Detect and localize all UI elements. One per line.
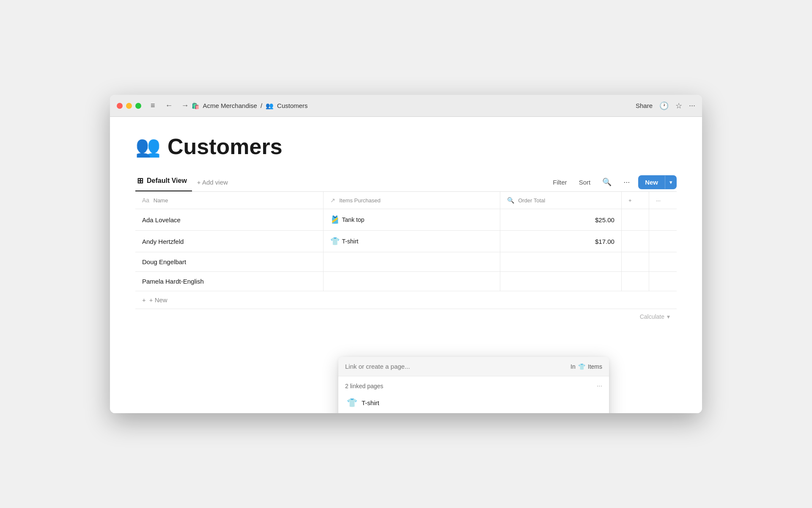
new-row-plus-icon: + [142, 296, 146, 304]
toolbar: ⊞ Default View + Add view Filter Sort 🔍 … [135, 173, 677, 191]
app-name[interactable]: Acme Merchandise [203, 102, 257, 109]
total-col-icon: 🔍 [507, 197, 514, 204]
add-col-icon[interactable]: + [628, 197, 632, 204]
row-name-doug[interactable]: Doug Engelbart [135, 252, 323, 272]
tshirt-icon-andy: 👕 [330, 237, 340, 246]
row-items-pamela[interactable] [323, 272, 500, 291]
titlebar: ≡ ← → 🛍️ Acme Merchandise / 👥 Customers … [110, 95, 702, 117]
dropdown-in-label: In 👕 Items [571, 363, 602, 370]
customers-icon: 👥 [266, 102, 274, 110]
table-row: Ada Lovelace 🎽 Tank top $25.00 [135, 209, 677, 231]
fullscreen-button[interactable] [135, 103, 141, 109]
page-title-row: 👥 Customers [135, 134, 677, 159]
row-add-doug [621, 252, 649, 272]
page-title: Customers [167, 134, 283, 159]
breadcrumb: 🛍️ Acme Merchandise / 👥 Customers [192, 102, 308, 110]
row-more-ada [649, 209, 677, 231]
col-header-add[interactable]: + [621, 192, 649, 209]
total-col-label: Order Total [518, 197, 545, 204]
breadcrumb-separator: / [261, 102, 262, 109]
row-more-pamela [649, 272, 677, 291]
row-total-ada: $25.00 [500, 209, 621, 231]
new-row-button[interactable]: + + New [135, 291, 677, 309]
new-button-group: New ▾ [638, 175, 677, 189]
row-name-ada[interactable]: Ada Lovelace [135, 209, 323, 231]
new-chevron-button[interactable]: ▾ [665, 176, 677, 189]
calculate-chevron-icon: ▾ [667, 313, 670, 320]
row-items-andy[interactable]: 👕 T-shirt [323, 231, 500, 252]
row-add-andy [621, 231, 649, 252]
row-total-doug [500, 252, 621, 272]
tank-top-label-ada: Tank top [342, 216, 365, 223]
calculate-row[interactable]: Calculate ▾ [135, 309, 677, 324]
items-col-label: Items Purchased [339, 197, 381, 204]
row-more-doug [649, 252, 677, 272]
section-name[interactable]: Customers [277, 102, 308, 109]
toolbar-right: Filter Sort 🔍 ··· New ▾ [549, 175, 677, 189]
linked-pages-title: 2 linked pages [345, 383, 383, 389]
table-container: Aa Name ↗ Items Purchased 🔍 Order Total [135, 191, 677, 324]
items-in-label: Items [588, 363, 602, 370]
sidebar-toggle-button[interactable]: ≡ [148, 99, 158, 112]
search-button[interactable]: 🔍 [599, 175, 615, 189]
add-view-button[interactable]: + Add view [192, 175, 233, 189]
items-col-icon: ↗ [330, 197, 335, 204]
table-row: Pamela Hardt-English [135, 272, 677, 291]
name-col-label: Name [154, 197, 168, 204]
app-window: ≡ ← → 🛍️ Acme Merchandise / 👥 Customers … [110, 95, 702, 413]
back-button[interactable]: ← [163, 99, 176, 112]
more-col-icon[interactable]: ··· [656, 197, 661, 204]
favorite-button[interactable]: ☆ [675, 101, 682, 110]
row-total-pamela [500, 272, 621, 291]
row-items-doug[interactable] [323, 252, 500, 272]
table-header-row: Aa Name ↗ Items Purchased 🔍 Order Total [135, 192, 677, 209]
name-col-icon: Aa [142, 197, 149, 204]
row-add-pamela [621, 272, 649, 291]
row-add-ada [621, 209, 649, 231]
linked-pages-more-button[interactable]: ··· [597, 382, 602, 390]
col-header-name: Aa Name [135, 192, 323, 209]
tshirt-label-andy: T-shirt [342, 238, 359, 245]
linked-page-khaki[interactable]: 👖 Khaki pants [345, 411, 602, 413]
tank-top-icon-ada: 🎽 [330, 215, 340, 224]
new-row-label: + New [149, 296, 167, 304]
history-button[interactable]: 🕐 [659, 101, 669, 110]
titlebar-actions: Share 🕐 ☆ ··· [636, 101, 695, 110]
tshirt-link-label: T-shirt [362, 399, 379, 406]
main-content: 👥 Customers ⊞ Default View + Add view Fi… [110, 117, 702, 413]
close-button[interactable] [117, 103, 123, 109]
link-page-search-input[interactable] [345, 363, 571, 370]
row-more-andy [649, 231, 677, 252]
new-button[interactable]: New [638, 175, 665, 189]
traffic-lights [117, 103, 141, 109]
items-in-icon: 👕 [578, 363, 585, 370]
linked-pages-header: 2 linked pages ··· [345, 382, 602, 390]
row-items-ada[interactable]: 🎽 Tank top [323, 209, 500, 231]
table-row: Andy Hertzfeld 👕 T-shirt $17.00 [135, 231, 677, 252]
row-name-andy[interactable]: Andy Hertzfeld [135, 231, 323, 252]
sort-button[interactable]: Sort [576, 176, 594, 188]
filter-button[interactable]: Filter [549, 176, 570, 188]
view-tab-icon: ⊞ [137, 176, 143, 185]
row-total-andy: $17.00 [500, 231, 621, 252]
calculate-label: Calculate [640, 313, 664, 320]
forward-button[interactable]: → [179, 99, 192, 112]
linked-page-tshirt[interactable]: 👕 T-shirt [345, 394, 602, 411]
titlebar-more-button[interactable]: ··· [689, 101, 695, 110]
default-view-tab[interactable]: ⊞ Default View [135, 173, 192, 191]
dropdown-search-row: In 👕 Items [338, 357, 609, 376]
row-name-pamela[interactable]: Pamela Hardt-English [135, 272, 323, 291]
page-icon: 👥 [135, 135, 161, 158]
table-row: Doug Engelbart [135, 252, 677, 272]
col-header-total: 🔍 Order Total [500, 192, 621, 209]
col-header-more[interactable]: ··· [649, 192, 677, 209]
col-header-items: ↗ Items Purchased [323, 192, 500, 209]
customers-table: Aa Name ↗ Items Purchased 🔍 Order Total [135, 192, 677, 291]
link-page-dropdown: In 👕 Items 2 linked pages ··· 👕 T-shirt [338, 357, 609, 413]
app-icon: 🛍️ [192, 102, 200, 110]
minimize-button[interactable] [126, 103, 132, 109]
in-label-text: In [571, 363, 576, 370]
toolbar-more-button[interactable]: ··· [620, 175, 633, 189]
share-button[interactable]: Share [636, 102, 653, 109]
linked-pages-section: 2 linked pages ··· 👕 T-shirt 👖 Khaki pan… [338, 376, 609, 413]
